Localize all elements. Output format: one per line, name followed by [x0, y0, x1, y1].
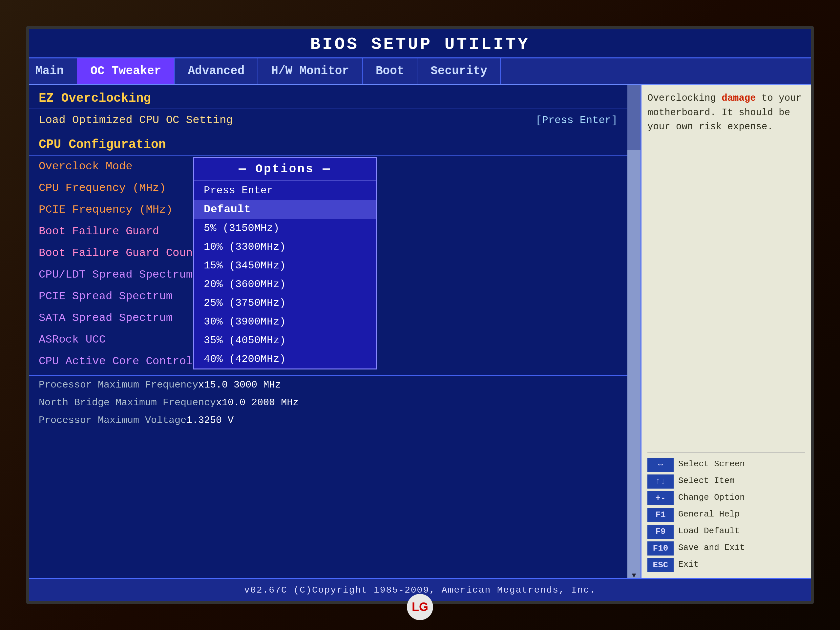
option-20pct[interactable]: 20% (3600MHz): [194, 275, 376, 294]
cpu-freq-label: CPU Frequency (MHz): [39, 182, 166, 194]
nb-max-freq-label: North Bridge Maximum Frequency: [39, 397, 216, 408]
key-f9: F9 Load Default: [647, 525, 805, 539]
overclock-mode-label: Overclock Mode: [39, 160, 133, 172]
tab-oc-tweaker[interactable]: OC Tweaker: [77, 58, 175, 84]
processor-max-voltage-value: 1.3250 V: [186, 415, 234, 426]
option-40pct[interactable]: 40% (4200MHz): [194, 350, 376, 368]
key-arrows-lr: ↔: [647, 458, 674, 472]
option-35pct[interactable]: 35% (4050MHz): [194, 331, 376, 350]
tab-advanced[interactable]: Advanced: [175, 58, 258, 84]
option-30pct[interactable]: 30% (3900MHz): [194, 313, 376, 331]
boot-failure-guard-label: Boot Failure Guard: [39, 225, 159, 238]
scrollbar[interactable]: ▲ ▼: [627, 85, 641, 581]
key-change-option-desc: Change Option: [678, 491, 745, 504]
key-f10-label: F10: [647, 542, 674, 556]
load-optimized-value: [Press Enter]: [535, 114, 617, 126]
cpu-ldt-label: CPU/LDT Spread Spectrum: [39, 268, 193, 281]
boot-failure-count-label: Boot Failure Guard Count: [39, 247, 199, 259]
key-f9-label: F9: [647, 525, 674, 539]
tab-boot[interactable]: Boot: [363, 58, 417, 84]
processor-max-freq-value: x15.0 3000 MHz: [198, 379, 281, 390]
load-optimized-label: Load Optimized CPU OC Setting: [39, 114, 233, 126]
key-select-screen: ↔ Select Screen: [647, 458, 805, 472]
pcie-spread-label: PCIE Spread Spectrum: [39, 290, 172, 303]
main-content: EZ Overclocking Load Optimized CPU OC Se…: [29, 85, 811, 581]
damage-text: damage: [722, 93, 756, 104]
key-change-option: +- Change Option: [647, 491, 805, 505]
lg-logo: LG: [407, 594, 433, 620]
option-15pct[interactable]: 15% (3450MHz): [194, 256, 376, 275]
options-popup: — Options — Press Enter Default 5% (3150…: [193, 157, 377, 369]
ez-overclocking-header: EZ Overclocking: [29, 85, 627, 109]
pcie-freq-label: PCIE Frequency (MHz): [39, 204, 172, 216]
key-f9-desc: Load Default: [678, 525, 740, 537]
right-panel: Overclocking damage to your motherboard.…: [641, 85, 811, 581]
screen: BIOS SETUP UTILITY Main OC Tweaker Advan…: [26, 26, 814, 604]
key-f1: F1 General Help: [647, 508, 805, 522]
key-f10-desc: Save and Exit: [678, 542, 745, 554]
sata-spread-label: SATA Spread Spectrum: [39, 312, 172, 324]
option-10pct[interactable]: 10% (3300MHz): [194, 238, 376, 256]
left-panel: EZ Overclocking Load Optimized CPU OC Se…: [29, 85, 627, 581]
monitor-outer: BIOS SETUP UTILITY Main OC Tweaker Advan…: [0, 0, 840, 630]
key-select-item: ↑↓ Select Item: [647, 474, 805, 489]
nav-tabs: Main OC Tweaker Advanced H/W Monitor Boo…: [29, 58, 811, 85]
processor-max-freq-row: Processor Maximum Frequency x15.0 3000 M…: [29, 376, 627, 394]
processor-max-voltage-row: Processor Maximum Voltage 1.3250 V: [29, 412, 627, 429]
option-5pct[interactable]: 5% (3150MHz): [194, 219, 376, 238]
key-arrows-ud: ↑↓: [647, 474, 674, 489]
option-25pct[interactable]: 25% (3750MHz): [194, 294, 376, 313]
cpu-active-core-label: CPU Active Core Control: [39, 355, 193, 368]
asrock-ucc-label: ASRock UCC: [39, 333, 106, 346]
scrollbar-thumb[interactable]: [627, 85, 641, 150]
key-esc: ESC Exit: [647, 558, 805, 572]
bios-title: BIOS SETUP UTILITY: [310, 35, 530, 54]
overclocking-text: Overclocking: [647, 93, 722, 104]
processor-max-freq-label: Processor Maximum Frequency: [39, 379, 198, 390]
key-select-item-desc: Select Item: [678, 474, 735, 487]
tab-security[interactable]: Security: [417, 58, 501, 84]
key-f1-desc: General Help: [678, 508, 740, 521]
tab-main[interactable]: Main: [29, 58, 77, 84]
option-default[interactable]: Default: [194, 200, 376, 219]
cpu-config-header: CPU Configuration: [29, 131, 627, 156]
tab-hw-monitor[interactable]: H/W Monitor: [258, 58, 363, 84]
processor-max-voltage-label: Processor Maximum Voltage: [39, 415, 186, 426]
nb-max-freq-row: North Bridge Maximum Frequency x10.0 200…: [29, 394, 627, 412]
key-bindings: ↔ Select Screen ↑↓ Select Item +- Change…: [647, 453, 805, 575]
option-press-enter[interactable]: Press Enter: [194, 181, 376, 200]
key-f10: F10 Save and Exit: [647, 542, 805, 556]
title-bar: BIOS SETUP UTILITY: [29, 29, 811, 58]
load-optimized-item[interactable]: Load Optimized CPU OC Setting [Press Ent…: [29, 109, 627, 131]
nb-max-freq-value: x10.0 2000 MHz: [216, 397, 298, 408]
key-f1-label: F1: [647, 508, 674, 522]
key-esc-label: ESC: [647, 558, 674, 572]
key-select-screen-desc: Select Screen: [678, 458, 745, 471]
key-esc-desc: Exit: [678, 558, 699, 571]
key-plus-minus: +-: [647, 491, 674, 505]
right-panel-description: Overclocking damage to your motherboard.…: [647, 91, 805, 134]
options-header: — Options —: [194, 158, 376, 181]
